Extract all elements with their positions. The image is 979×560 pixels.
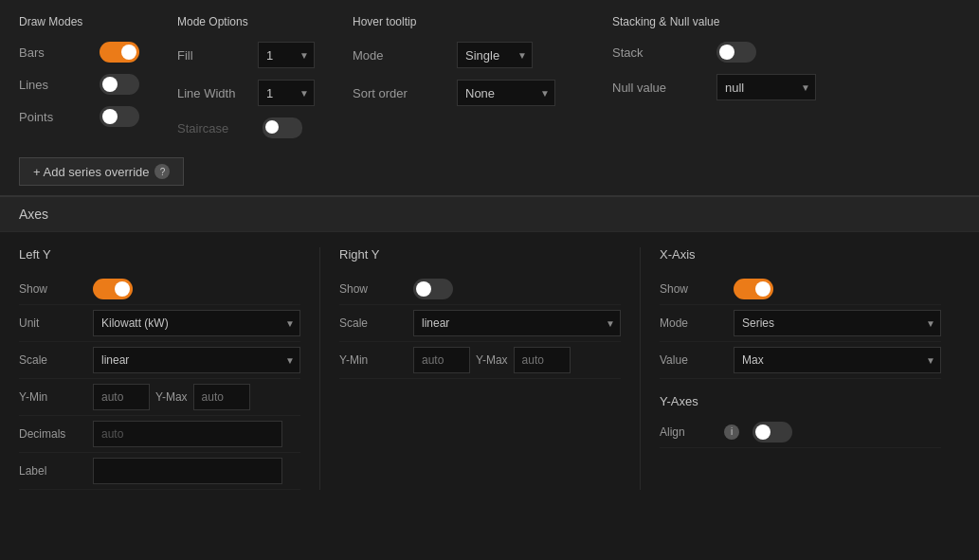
line-width-label: Line Width	[177, 86, 248, 100]
lines-label: Lines	[19, 78, 90, 92]
stack-label: Stack	[612, 45, 707, 60]
staircase-toggle-knob	[265, 120, 279, 134]
hover-tooltip-group: Hover tooltip Mode SingleAllNone ▼ Sort …	[353, 15, 555, 144]
mode-options-title: Mode Options	[177, 15, 315, 28]
y-axes-align-knob	[755, 425, 771, 440]
x-axis-value-row: Value MaxMinAvgSumCount ▼	[660, 342, 941, 379]
hover-mode-label: Mode	[353, 48, 447, 63]
right-y-ymax-label: Y-Max	[476, 353, 508, 367]
right-y-show-row: Show	[339, 273, 621, 305]
hover-mode-row: Mode SingleAllNone ▼	[353, 36, 555, 74]
left-y-unit-select-wrap: Kilowatt (kW) ▼	[93, 310, 300, 336]
line-width-select[interactable]: 123	[258, 80, 315, 106]
left-y-decimals-label: Decimals	[19, 427, 85, 441]
hover-tooltip-title: Hover tooltip	[353, 15, 555, 28]
axes-section: Axes Left Y Show Unit Kilowatt (kW) ▼	[0, 195, 979, 505]
left-y-unit-label: Unit	[19, 316, 85, 330]
x-axis-show-toggle[interactable]	[734, 279, 773, 299]
x-axis-mode-label: Mode	[660, 316, 726, 330]
draw-modes-title: Draw Modes	[19, 15, 139, 28]
lines-toggle-knob	[102, 77, 118, 92]
left-y-ymax-input[interactable]	[193, 384, 250, 410]
x-axis-title: X-Axis	[660, 247, 941, 262]
null-value-select[interactable]: nullconnectednull as zero	[716, 74, 816, 100]
axes-title: Axes	[0, 197, 979, 232]
add-series-override-label: + Add series override	[33, 165, 149, 179]
staircase-label: Staircase	[177, 121, 253, 135]
line-width-select-wrap: 123 ▼	[258, 80, 315, 106]
right-y-panel: Right Y Show Scale linearlog (base 2) ▼ …	[319, 247, 640, 490]
y-axes-align-info-icon: i	[724, 425, 739, 440]
sort-order-select-wrap: NoneIncreasingDecreasing ▼	[457, 80, 555, 106]
null-value-row: Null value nullconnectednull as zero ▼	[612, 68, 816, 106]
right-y-scale-select[interactable]: linearlog (base 2)	[413, 310, 621, 336]
stack-row: Stack	[612, 36, 816, 68]
null-value-label: Null value	[612, 81, 707, 95]
bars-toggle[interactable]	[100, 42, 139, 63]
left-y-scale-select[interactable]: linearlog (base 2)	[93, 347, 300, 373]
points-toggle[interactable]	[100, 106, 139, 127]
sort-order-label: Sort order	[353, 86, 447, 100]
stack-toggle[interactable]	[716, 42, 756, 63]
left-y-unit-row: Unit Kilowatt (kW) ▼	[19, 305, 300, 342]
right-y-ymin-label: Y-Min	[339, 353, 406, 367]
right-y-title: Right Y	[339, 247, 621, 262]
x-axis-panel: X-Axis Show Mode SeriesTimeHistogram ▼ V…	[640, 247, 960, 490]
staircase-row: Staircase	[177, 112, 315, 144]
left-y-ymax-label: Y-Max	[155, 390, 188, 404]
top-section: Draw Modes Bars Lines Points	[0, 0, 979, 195]
right-y-scale-row: Scale linearlog (base 2) ▼	[339, 305, 621, 342]
x-axis-mode-select[interactable]: SeriesTimeHistogram	[734, 310, 941, 336]
axes-content: Left Y Show Unit Kilowatt (kW) ▼	[0, 232, 979, 505]
x-axis-value-select[interactable]: MaxMinAvgSumCount	[734, 347, 941, 373]
left-y-show-knob	[115, 281, 130, 297]
info-icon: ?	[154, 164, 170, 179]
fill-select-wrap: 123 ▼	[258, 42, 315, 68]
left-y-scale-label: Scale	[19, 353, 85, 367]
right-y-ymin-input[interactable]	[413, 347, 470, 373]
right-y-show-label: Show	[339, 282, 406, 296]
left-y-ymin-ymax-wrap: Y-Max	[93, 384, 250, 410]
stacking-null-group: Stacking & Null value Stack Null value n…	[612, 15, 816, 144]
left-y-unit-select[interactable]: Kilowatt (kW)	[93, 310, 300, 336]
hover-mode-select-wrap: SingleAllNone ▼	[457, 42, 533, 68]
add-series-override-button[interactable]: + Add series override ?	[19, 157, 184, 186]
left-y-panel: Left Y Show Unit Kilowatt (kW) ▼	[19, 247, 319, 490]
mode-options-group: Mode Options Fill 123 ▼ Line Width 123 ▼	[177, 15, 315, 144]
y-axes-title: Y-Axes	[660, 394, 941, 408]
hover-mode-select[interactable]: SingleAllNone	[457, 42, 533, 68]
left-y-decimals-input[interactable]	[93, 421, 282, 447]
fill-select[interactable]: 123	[258, 42, 315, 68]
lines-row: Lines	[19, 68, 139, 100]
x-axis-show-knob	[755, 281, 771, 297]
bars-row: Bars	[19, 36, 139, 68]
left-y-scale-row: Scale linearlog (base 2) ▼	[19, 342, 300, 379]
fill-row: Fill 123 ▼	[177, 36, 315, 74]
left-y-show-row: Show	[19, 273, 300, 305]
lines-toggle[interactable]	[100, 74, 139, 95]
right-y-yminmax-row: Y-Min Y-Max	[339, 342, 621, 379]
right-y-show-toggle[interactable]	[413, 279, 453, 299]
left-y-ymin-input[interactable]	[93, 384, 150, 410]
points-label: Points	[19, 110, 90, 124]
staircase-toggle[interactable]	[263, 117, 302, 138]
left-y-decimals-row: Decimals	[19, 416, 300, 453]
left-y-label-row: Label	[19, 453, 300, 490]
left-y-label-input[interactable]	[93, 458, 282, 484]
points-row: Points	[19, 100, 139, 133]
left-y-show-toggle[interactable]	[93, 279, 133, 299]
right-y-scale-label: Scale	[339, 316, 406, 330]
left-y-title: Left Y	[19, 247, 300, 262]
right-y-show-knob	[416, 281, 431, 297]
draw-modes-group: Draw Modes Bars Lines Points	[19, 15, 139, 144]
right-y-ymax-input[interactable]	[514, 347, 571, 373]
stacking-null-title: Stacking & Null value	[612, 15, 816, 28]
y-axes-align-row: Align i	[660, 416, 941, 448]
y-axes-align-toggle[interactable]	[752, 422, 792, 443]
sort-order-select[interactable]: NoneIncreasingDecreasing	[457, 80, 555, 106]
left-y-yminmax-row: Y-Min Y-Max	[19, 379, 300, 416]
x-axis-show-row: Show	[660, 273, 941, 305]
line-width-row: Line Width 123 ▼	[177, 74, 315, 112]
points-toggle-knob	[102, 109, 118, 124]
stack-toggle-knob	[719, 45, 734, 60]
